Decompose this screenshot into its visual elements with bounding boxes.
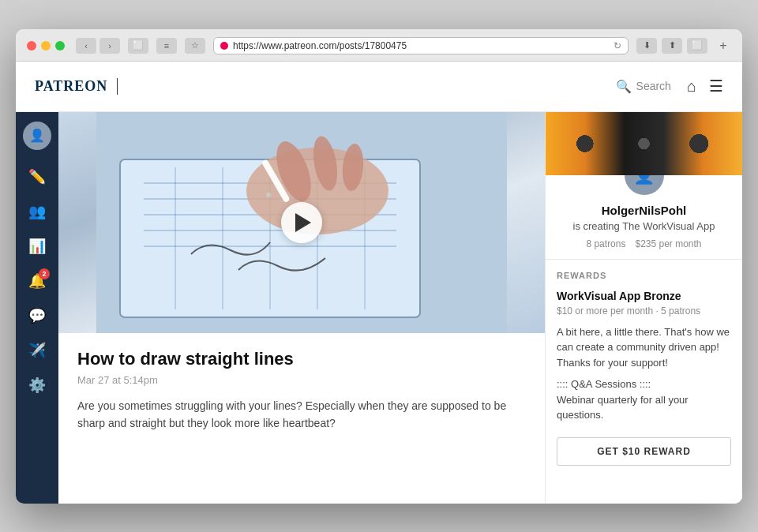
reward-description-2: :::: Q&A Sessions ::::Webinar quarterly … bbox=[557, 377, 731, 423]
tab-overview-button[interactable]: ⬜ bbox=[128, 38, 148, 54]
post-section: How to draw straight lines Mar 27 at 5:1… bbox=[58, 112, 545, 504]
sidebar-item-edit[interactable]: ✏️ bbox=[23, 163, 51, 191]
new-tab-button[interactable]: + bbox=[715, 38, 731, 54]
play-button[interactable] bbox=[281, 202, 322, 243]
rewards-label: REWARDS bbox=[557, 271, 731, 280]
header-nav-icons: ⌂ ☰ bbox=[687, 77, 723, 96]
monthly-amount: $235 per month bbox=[635, 238, 701, 249]
sidebar-item-avatar[interactable]: 👤 bbox=[23, 122, 51, 150]
site-favicon bbox=[220, 42, 228, 50]
browser-titlebar: ‹ › ⬜ ≡ ☆ https://www.patreon.com/posts/… bbox=[16, 29, 742, 62]
page-content: PATREON 🔍 Search ⌂ ☰ 👤 ✏️ bbox=[16, 62, 742, 504]
download-button[interactable]: ⬇ bbox=[636, 38, 657, 54]
post-body: How to draw straight lines Mar 27 at 5:1… bbox=[58, 333, 545, 448]
bookmark-button[interactable]: ☆ bbox=[185, 38, 205, 54]
community-icon: 👥 bbox=[28, 203, 46, 220]
creator-stats: 8 patrons $235 per month bbox=[555, 238, 733, 249]
patreon-header: PATREON 🔍 Search ⌂ ☰ bbox=[16, 62, 742, 112]
creator-banner bbox=[546, 112, 742, 175]
sidebar: 👤 ✏️ 👥 📊 🔔 2 💬 ✈️ bbox=[16, 112, 58, 504]
sidebar-item-send[interactable]: ✈️ bbox=[23, 336, 51, 365]
stats-icon: 📊 bbox=[28, 238, 46, 255]
content-area: How to draw straight lines Mar 27 at 5:1… bbox=[58, 112, 742, 504]
sidebar-item-stats[interactable]: 📊 bbox=[23, 232, 51, 260]
history-button[interactable]: ≡ bbox=[156, 38, 177, 54]
refresh-button[interactable]: ↻ bbox=[614, 40, 621, 51]
creator-name: HolgerNilsPohl bbox=[555, 204, 733, 217]
traffic-lights bbox=[27, 41, 65, 51]
messages-icon: 💬 bbox=[28, 307, 46, 324]
more-button[interactable]: ⬜ bbox=[687, 38, 707, 54]
rewards-section: REWARDS WorkVisual App Bronze $10 or mor… bbox=[546, 259, 742, 477]
main-layout: 👤 ✏️ 👥 📊 🔔 2 💬 ✈️ bbox=[16, 112, 742, 504]
maximize-button[interactable] bbox=[55, 41, 65, 51]
toolbar-right: ⬇ ⬆ ⬜ bbox=[636, 38, 707, 54]
reward-tier-name: WorkVisual App Bronze bbox=[557, 290, 731, 302]
sidebar-item-community[interactable]: 👥 bbox=[23, 197, 51, 226]
post-date: Mar 27 at 5:14pm bbox=[77, 374, 526, 386]
creator-info: HolgerNilsPohl is creating The WorkVisua… bbox=[546, 204, 742, 259]
notification-badge: 2 bbox=[39, 268, 50, 279]
close-button[interactable] bbox=[27, 41, 36, 51]
edit-icon: ✏️ bbox=[28, 168, 46, 185]
settings-icon: ⚙️ bbox=[28, 377, 46, 394]
nav-buttons: ‹ › bbox=[76, 38, 120, 54]
home-icon[interactable]: ⌂ bbox=[687, 77, 696, 96]
post-title: How to draw straight lines bbox=[77, 349, 526, 369]
post-body-text: Are you sometimes struggling with your l… bbox=[77, 397, 526, 433]
reward-description-1: A bit here, a little there. That's how w… bbox=[557, 324, 731, 371]
sidebar-item-settings[interactable]: ⚙️ bbox=[23, 371, 51, 399]
get-reward-button[interactable]: GET $10 REWARD bbox=[557, 437, 731, 466]
user-avatar-icon: 👤 bbox=[29, 128, 45, 143]
address-bar[interactable]: https://www.patreon.com/posts/17800475 ↻ bbox=[213, 37, 629, 54]
reward-tier-price: $10 or more per month · 5 patrons bbox=[557, 305, 731, 317]
send-icon: ✈️ bbox=[28, 342, 46, 359]
patreon-logo: PATREON bbox=[35, 78, 118, 95]
search-label: Search bbox=[636, 80, 671, 92]
post-image bbox=[58, 112, 545, 333]
creator-tagline: is creating The WorkVisual App bbox=[555, 220, 733, 232]
browser-window: ‹ › ⬜ ≡ ☆ https://www.patreon.com/posts/… bbox=[16, 29, 742, 504]
menu-icon[interactable]: ☰ bbox=[709, 77, 723, 96]
search-bar[interactable]: 🔍 Search bbox=[616, 79, 671, 94]
sidebar-item-messages[interactable]: 💬 bbox=[23, 302, 51, 330]
share-button[interactable]: ⬆ bbox=[662, 38, 682, 54]
minimize-button[interactable] bbox=[41, 41, 51, 51]
forward-button[interactable]: › bbox=[99, 38, 120, 54]
sidebar-item-notifications[interactable]: 🔔 2 bbox=[23, 267, 51, 295]
url-text: https://www.patreon.com/posts/17800475 bbox=[233, 40, 609, 51]
patron-count: 8 patrons bbox=[586, 238, 625, 249]
search-icon: 🔍 bbox=[616, 79, 632, 94]
back-button[interactable]: ‹ bbox=[76, 38, 96, 54]
right-panel: 👤 HolgerNilsPohl is creating The WorkVis… bbox=[545, 112, 742, 504]
svg-point-17 bbox=[266, 193, 271, 197]
play-icon bbox=[295, 213, 311, 232]
